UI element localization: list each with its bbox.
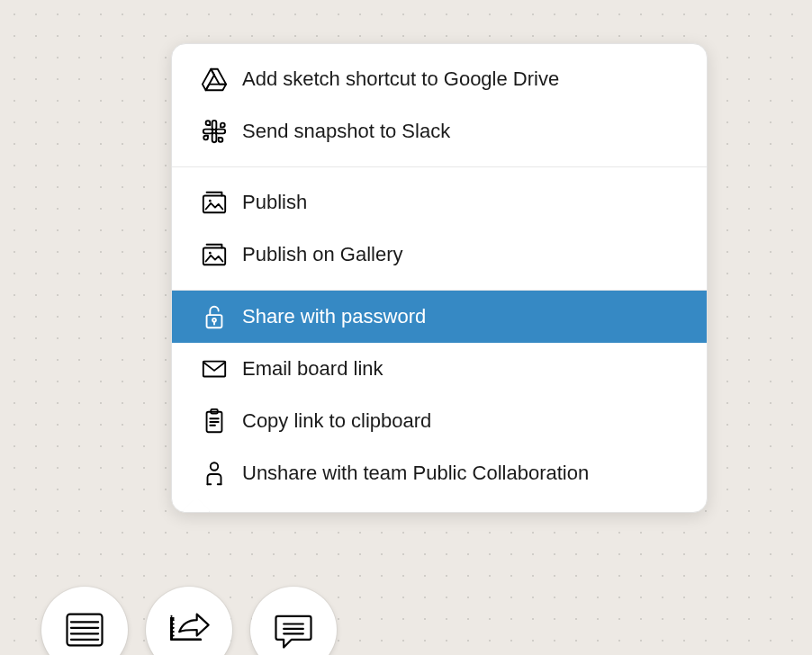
- google-drive-icon: [201, 66, 228, 93]
- svg-point-7: [209, 252, 212, 255]
- toolbar-list-button[interactable]: [41, 587, 128, 655]
- menu-label: Email board link: [242, 357, 689, 381]
- picture-icon: [201, 189, 228, 216]
- clipboard-icon: [201, 408, 228, 435]
- svg-rect-2: [203, 130, 212, 134]
- svg-rect-10: [203, 362, 225, 377]
- menu-item-copy-link[interactable]: Copy link to clipboard: [172, 395, 707, 447]
- menu-label: Send snapshot to Slack: [242, 120, 689, 143]
- svg-rect-0: [212, 121, 217, 130]
- menu-label: Publish on Gallery: [242, 243, 689, 266]
- menu-section-publish: Publish Publish on Gallery: [172, 166, 707, 290]
- svg-point-13: [211, 462, 218, 470]
- menu-item-unshare-team[interactable]: Unshare with team Public Collaboration: [172, 447, 707, 499]
- menu-label: Unshare with team Public Collaboration: [242, 462, 689, 485]
- menu-label: Copy link to clipboard: [242, 409, 689, 433]
- bottom-toolbar: [41, 587, 337, 655]
- menu-label: Share with password: [242, 305, 689, 328]
- menu-item-publish-gallery[interactable]: Publish on Gallery: [172, 229, 707, 281]
- share-arrow-icon: [166, 606, 212, 653]
- slack-icon: [201, 118, 228, 145]
- svg-rect-4: [203, 196, 225, 213]
- person-icon: [201, 460, 228, 487]
- menu-section-share: Share with password Email board link Cop…: [172, 290, 707, 512]
- menu-section-integrations: Add sketch shortcut to Google Drive Send…: [172, 44, 707, 166]
- email-icon: [201, 355, 228, 382]
- svg-rect-6: [203, 248, 225, 265]
- picture-gallery-icon: [201, 241, 228, 268]
- menu-label: Add sketch shortcut to Google Drive: [242, 67, 689, 91]
- toolbar-comment-button[interactable]: [250, 587, 337, 655]
- menu-item-google-drive[interactable]: Add sketch shortcut to Google Drive: [172, 53, 707, 105]
- menu-label: Publish: [242, 191, 689, 214]
- unlock-icon: [201, 303, 228, 330]
- menu-item-publish[interactable]: Publish: [172, 176, 707, 229]
- menu-item-share-password[interactable]: Share with password: [172, 291, 707, 343]
- share-popover: Add sketch shortcut to Google Drive Send…: [171, 43, 708, 513]
- menu-item-email-link[interactable]: Email board link: [172, 343, 707, 395]
- toolbar-share-button[interactable]: [146, 587, 232, 655]
- svg-rect-1: [212, 133, 217, 142]
- svg-point-5: [209, 200, 212, 202]
- canvas-background: Add sketch shortcut to Google Drive Send…: [0, 0, 812, 655]
- svg-rect-3: [216, 130, 225, 134]
- speech-bubble-icon: [270, 606, 317, 653]
- list-lines-icon: [61, 606, 108, 653]
- svg-rect-14: [68, 615, 103, 646]
- menu-item-slack[interactable]: Send snapshot to Slack: [172, 105, 707, 157]
